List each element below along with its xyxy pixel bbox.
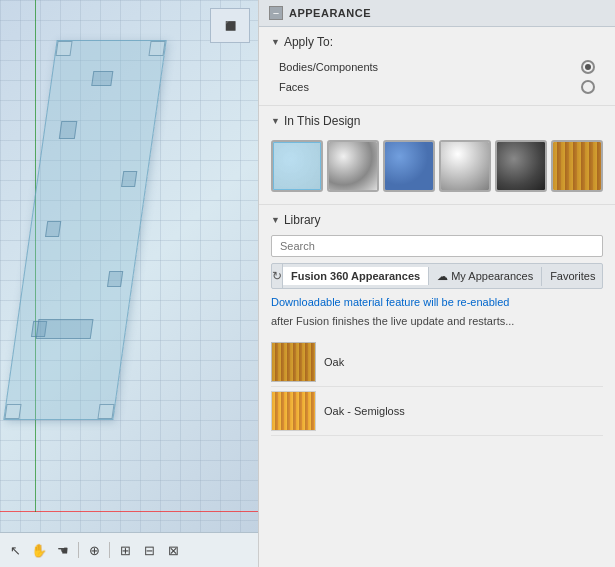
oak-label: Oak [324, 356, 344, 368]
apply-to-header[interactable]: ▼ Apply To: [271, 35, 603, 49]
view-options[interactable]: ⊠ [162, 539, 184, 561]
download-sub: after Fusion finishes the live update an… [271, 314, 603, 329]
minimize-button[interactable]: − [269, 6, 283, 20]
glass-preview [273, 142, 321, 190]
grid-toggle[interactable]: ⊟ [138, 539, 160, 561]
bodies-components-radio[interactable] [581, 60, 595, 74]
faces-label: Faces [279, 81, 309, 93]
faces-row[interactable]: Faces [271, 77, 603, 97]
in-design-header[interactable]: ▼ In This Design [271, 114, 603, 128]
view-cube[interactable]: ⬛ [210, 8, 250, 43]
silver-preview [441, 142, 489, 190]
refresh-button[interactable]: ↻ [272, 264, 283, 288]
list-item-oak-semigloss[interactable]: Oak - Semigloss [271, 387, 603, 436]
panel-header: − APPEARANCE [259, 0, 615, 27]
bodies-components-label: Bodies/Components [279, 61, 378, 73]
library-tabs: ↻ Fusion 360 Appearances ☁ My Appearance… [271, 263, 603, 289]
refresh-icon: ↻ [272, 269, 282, 283]
library-search[interactable] [271, 235, 603, 257]
blue-glass-preview [385, 142, 433, 190]
oak-semigloss-thumbnail [271, 391, 316, 431]
display-mode[interactable]: ⊞ [114, 539, 136, 561]
apply-to-title: Apply To: [284, 35, 333, 49]
material-blue-glass[interactable] [383, 140, 435, 192]
material-dark-metal[interactable] [495, 140, 547, 192]
material-wood[interactable] [551, 140, 603, 192]
in-this-design-section: ▼ In This Design [259, 106, 615, 205]
faces-radio[interactable] [581, 80, 595, 94]
download-message: Downloadable material feature will be re… [271, 295, 603, 310]
3d-model [30, 40, 140, 420]
tab-favorites[interactable]: Favorites [542, 267, 603, 285]
material-glass[interactable] [271, 140, 323, 192]
in-design-arrow: ▼ [271, 116, 280, 126]
library-title: Library [284, 213, 321, 227]
panel-title: APPEARANCE [289, 7, 371, 19]
toolbar: ↖ ✋ ☚ ⊕ ⊞ ⊟ ⊠ [0, 532, 258, 567]
x-axis [0, 511, 258, 512]
library-header[interactable]: ▼ Library [271, 213, 603, 227]
orbit-tool[interactable]: ☚ [52, 539, 74, 561]
dark-metal-preview [497, 142, 545, 190]
oak-thumbnail [271, 342, 316, 382]
apply-to-arrow: ▼ [271, 37, 280, 47]
pan-tool[interactable]: ✋ [28, 539, 50, 561]
list-item-oak[interactable]: Oak [271, 338, 603, 387]
appearance-panel: − APPEARANCE ▼ Apply To: Bodies/Componen… [258, 0, 615, 567]
toolbar-separator [78, 542, 79, 558]
select-tool[interactable]: ↖ [4, 539, 26, 561]
material-list: Oak Oak - Semigloss [271, 338, 603, 436]
chrome-preview [329, 142, 377, 190]
tab-fusion360-appearances[interactable]: Fusion 360 Appearances [283, 267, 429, 285]
zoom-tool[interactable]: ⊕ [83, 539, 105, 561]
in-design-title: In This Design [284, 114, 360, 128]
view-cube-label: ⬛ [225, 21, 236, 31]
library-arrow: ▼ [271, 215, 280, 225]
bodies-components-row[interactable]: Bodies/Components [271, 57, 603, 77]
material-chrome[interactable] [327, 140, 379, 192]
3d-viewport: ⬛ ↖ ✋ ☚ ⊕ ⊞ ⊟ ⊠ [0, 0, 258, 567]
cloud-icon: ☁ [437, 270, 448, 283]
apply-to-section: ▼ Apply To: Bodies/Components Faces [259, 27, 615, 106]
library-section: ▼ Library ↻ Fusion 360 Appearances ☁ My … [259, 205, 615, 444]
tab-my-appearances[interactable]: ☁ My Appearances [429, 267, 542, 286]
toolbar-separator2 [109, 542, 110, 558]
oak-semigloss-label: Oak - Semigloss [324, 405, 405, 417]
material-silver[interactable] [439, 140, 491, 192]
material-grid [271, 136, 603, 196]
wood-preview [553, 142, 601, 190]
